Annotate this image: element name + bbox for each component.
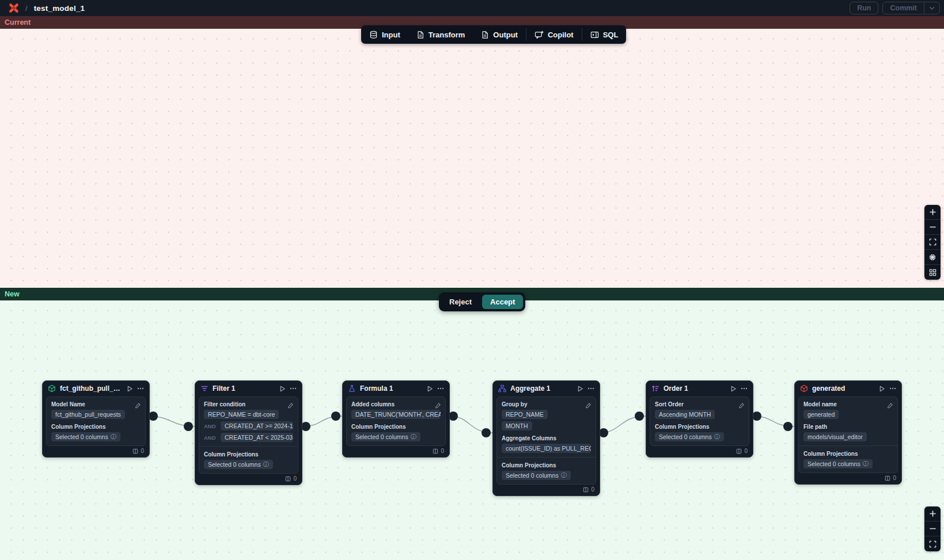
value-chip[interactable]: REPO_NAME = dbt-core bbox=[204, 410, 279, 419]
file-icon bbox=[416, 31, 424, 39]
node-filter-1[interactable]: Filter 1 Filter condition REPO_NAME = db… bbox=[195, 380, 302, 485]
ellipsis-icon[interactable] bbox=[137, 387, 144, 390]
node-footer: 0 bbox=[493, 485, 600, 496]
ellipsis-icon[interactable] bbox=[741, 387, 748, 390]
info-icon: ⓘ bbox=[863, 459, 869, 468]
zoom-out-button[interactable] bbox=[924, 220, 941, 235]
reject-button[interactable]: Reject bbox=[441, 295, 480, 309]
value-chip[interactable]: models/visual_editor bbox=[803, 432, 867, 441]
columns-icon bbox=[736, 448, 742, 454]
and-label: AND bbox=[204, 423, 218, 429]
value-chip[interactable]: MONTH bbox=[502, 421, 532, 431]
value-chip[interactable]: CREATED_AT < 2025-03-01 bbox=[221, 433, 293, 442]
section-divider bbox=[497, 457, 596, 458]
node-footer: 0 bbox=[795, 473, 901, 484]
field-label: Column Projections bbox=[51, 423, 141, 431]
file-icon bbox=[481, 31, 489, 39]
value-chip[interactable]: DATE_TRUNC('MONTH', CREATED_AT… bbox=[351, 410, 441, 419]
commit-dropdown-button[interactable] bbox=[924, 2, 939, 14]
diff-actions: Reject Accept bbox=[439, 292, 525, 311]
edit-icon[interactable] bbox=[135, 401, 141, 411]
node-formula-1[interactable]: Formula 1 Added columns DATE_TRUNC('MONT… bbox=[342, 380, 450, 458]
info-icon: ⓘ bbox=[411, 432, 416, 441]
row-count: 0 bbox=[893, 475, 896, 481]
value-chip[interactable]: Ascending MONTH bbox=[655, 410, 715, 419]
ellipsis-icon[interactable] bbox=[889, 387, 896, 390]
accept-button[interactable]: Accept bbox=[482, 295, 523, 309]
play-icon[interactable] bbox=[279, 386, 286, 392]
edit-icon[interactable] bbox=[887, 401, 893, 411]
column-projections-chip[interactable]: Selected 0 columnsⓘ bbox=[502, 471, 571, 480]
node-aggregate-1[interactable]: Aggregate 1 Group by REPO_NAME MONTH Agg… bbox=[492, 380, 600, 496]
field-label: Model name bbox=[803, 401, 893, 408]
flask-icon bbox=[348, 384, 356, 393]
zoom-out-button[interactable] bbox=[924, 521, 941, 536]
column-projections-chip[interactable]: Selected 0 columnsⓘ bbox=[51, 432, 120, 441]
ellipsis-icon[interactable] bbox=[437, 387, 444, 390]
sql-label: SQL bbox=[603, 31, 619, 39]
column-projections-chip[interactable]: Selected 0 columnsⓘ bbox=[803, 459, 873, 468]
ellipsis-icon[interactable] bbox=[290, 387, 297, 390]
commit-button[interactable]: Commit bbox=[883, 2, 924, 14]
run-button[interactable]: Run bbox=[850, 2, 878, 14]
play-icon[interactable] bbox=[730, 386, 737, 392]
edit-icon[interactable] bbox=[585, 401, 592, 411]
current-canvas[interactable] bbox=[0, 29, 944, 288]
field-label: Column Projections bbox=[502, 462, 591, 469]
fit-view-icon bbox=[929, 540, 937, 548]
play-icon[interactable] bbox=[127, 386, 133, 392]
copilot-button[interactable]: Copilot bbox=[526, 25, 582, 44]
add-transform-button[interactable]: Transform bbox=[408, 25, 473, 44]
field-label: Column Projections bbox=[655, 423, 744, 431]
info-icon: ⓘ bbox=[714, 432, 720, 441]
package-icon bbox=[48, 384, 56, 393]
zoom-in-button[interactable] bbox=[924, 205, 941, 220]
layout-grid-button[interactable] bbox=[924, 265, 941, 280]
row-count: 0 bbox=[591, 486, 594, 493]
layout-grid-icon bbox=[929, 269, 937, 276]
edit-icon[interactable] bbox=[435, 401, 441, 411]
value-chip[interactable]: REPO_NAME bbox=[502, 410, 548, 419]
value-chip[interactable]: fct_github_pull_requests bbox=[51, 410, 125, 419]
edit-icon[interactable] bbox=[738, 401, 745, 411]
fit-view-button[interactable] bbox=[924, 536, 941, 551]
play-icon[interactable] bbox=[879, 386, 885, 392]
current-canvas-controls bbox=[924, 205, 941, 280]
columns-icon bbox=[285, 476, 291, 482]
play-icon[interactable] bbox=[577, 386, 583, 392]
row-count: 0 bbox=[441, 448, 444, 454]
copilot-icon bbox=[534, 31, 544, 39]
column-projections-chip[interactable]: Selected 0 columnsⓘ bbox=[204, 460, 273, 469]
filter-icon bbox=[200, 384, 208, 393]
add-input-button[interactable]: Input bbox=[361, 25, 408, 44]
node-footer: 0 bbox=[646, 446, 753, 457]
field-label: Sort Order bbox=[655, 401, 744, 408]
and-label: AND bbox=[204, 435, 218, 441]
add-output-button[interactable]: Output bbox=[473, 25, 526, 44]
field-label: Model Name bbox=[51, 401, 141, 408]
value-chip[interactable]: generated bbox=[803, 410, 839, 419]
value-chip[interactable]: count(ISSUE_ID) as PULL_REQUEST_… bbox=[502, 444, 591, 453]
column-projections-chip[interactable]: Selected 0 columnsⓘ bbox=[655, 432, 724, 441]
commit-split-button: Commit bbox=[882, 2, 940, 14]
field-label: Column Projections bbox=[803, 450, 893, 458]
node-order-1[interactable]: Order 1 Sort Order Ascending MONTH Colum… bbox=[646, 380, 753, 458]
dbt-logo-icon[interactable] bbox=[8, 2, 20, 14]
node-footer: 0 bbox=[195, 474, 302, 485]
ellipsis-icon[interactable] bbox=[587, 387, 594, 390]
field-label: Aggregate Columns bbox=[502, 435, 591, 442]
spinner-icon[interactable] bbox=[924, 250, 941, 265]
node-generated[interactable]: generated Model name generated File path… bbox=[794, 380, 902, 485]
sql-button[interactable]: SQL bbox=[582, 25, 627, 44]
transform-label: Transform bbox=[429, 31, 465, 39]
fit-view-button[interactable] bbox=[924, 235, 941, 250]
zoom-in-button[interactable] bbox=[924, 506, 941, 521]
page-title: test_model_1 bbox=[34, 4, 85, 13]
column-projections-chip[interactable]: Selected 0 columnsⓘ bbox=[351, 432, 420, 441]
node-fct-github-pull-requests[interactable]: fct_github_pull_requests Model Name fct_… bbox=[42, 380, 150, 458]
value-chip[interactable]: CREATED_AT >= 2024-12-01 bbox=[221, 421, 293, 431]
node-footer: 0 bbox=[43, 446, 149, 457]
edit-icon[interactable] bbox=[287, 401, 294, 411]
play-icon[interactable] bbox=[427, 386, 433, 392]
info-icon: ⓘ bbox=[561, 471, 567, 480]
